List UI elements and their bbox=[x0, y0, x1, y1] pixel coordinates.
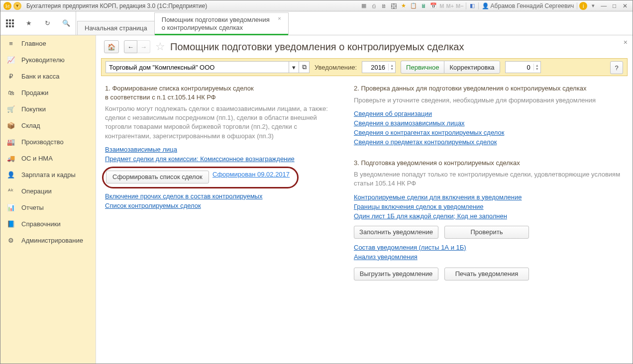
year-up-button[interactable]: ▲ bbox=[389, 64, 395, 67]
check-notice-button[interactable]: Проверить bbox=[444, 226, 529, 239]
toolbar-icon-4[interactable]: 🙫 bbox=[390, 2, 398, 10]
sidebar-item-admin[interactable]: ⚙Администрирование bbox=[0, 232, 96, 249]
sidebar-item-purchases[interactable]: 🛒Покупки bbox=[0, 101, 96, 117]
notice-label: Уведомление: bbox=[315, 64, 357, 71]
fill-notice-button[interactable]: Заполнить уведомление bbox=[354, 226, 438, 239]
menu-icon: ≡ bbox=[6, 40, 15, 47]
sidebar-item-label: Зарплата и кадры bbox=[21, 171, 76, 179]
sidebar-item-assets[interactable]: 🚚ОС и НМА bbox=[0, 150, 96, 167]
sidebar-item-operations[interactable]: ᴬᵏОперации bbox=[0, 183, 96, 199]
tab-assistant[interactable]: Помощник подготовки уведомления о контро… bbox=[154, 12, 289, 35]
link-notice-analysis[interactable]: Анализ уведомления bbox=[354, 253, 418, 261]
filter-bar: ▾ ⧉ Уведомление: ▲▼ Первичное Корректиро… bbox=[101, 58, 628, 76]
primary-button[interactable]: Первичное bbox=[401, 61, 444, 74]
toolbar-calendar-icon[interactable]: 📅 bbox=[429, 2, 437, 10]
link-sheet-config[interactable]: Один лист 1Б для каждой сделки; Код не з… bbox=[354, 212, 507, 220]
window-maximize-button[interactable]: □ bbox=[610, 2, 619, 9]
toolbar-print-icon[interactable]: ⎙ bbox=[370, 2, 378, 10]
favorites-icon[interactable]: ★ bbox=[22, 17, 35, 30]
link-related-info[interactable]: Сведения о взаимозависимых лицах bbox=[354, 119, 465, 127]
current-user[interactable]: 👤Абрамов Геннадий Сергеевич bbox=[481, 2, 575, 9]
corr-down-button[interactable]: ▼ bbox=[534, 67, 540, 71]
dropdown-icon[interactable]: ▾ bbox=[13, 2, 21, 10]
section-sidebar: ≡Главное 📈Руководителю ₽Банк и касса 🛍Пр… bbox=[0, 35, 96, 364]
svg-rect-4 bbox=[9, 22, 11, 24]
toolbar-m-icon[interactable]: M bbox=[439, 3, 444, 9]
toolbar-calc-icon[interactable]: 🖩 bbox=[420, 2, 427, 10]
tab-label: Начальная страница bbox=[85, 24, 147, 32]
window-minimize-button[interactable]: — bbox=[599, 2, 608, 9]
year-down-button[interactable]: ▼ bbox=[389, 67, 395, 71]
nav-forward-button[interactable]: → bbox=[137, 40, 150, 53]
sidebar-item-reports[interactable]: 📊Отчеты bbox=[0, 199, 96, 216]
corr-up-button[interactable]: ▲ bbox=[534, 64, 540, 67]
sidebar-item-label: Главное bbox=[21, 40, 46, 47]
correction-number-field: ▲▼ bbox=[505, 61, 541, 73]
sidebar-item-bank[interactable]: ₽Банк и касса bbox=[0, 68, 96, 85]
sidebar-item-production[interactable]: 🏭Производство bbox=[0, 134, 96, 150]
sidebar-item-main[interactable]: ≡Главное bbox=[0, 35, 96, 52]
link-org-info[interactable]: Сведения об организации bbox=[354, 110, 432, 117]
book-icon: 📘 bbox=[6, 220, 15, 228]
ruble-icon: ₽ bbox=[6, 73, 15, 80]
step1-title: 1. Формирование списка контролируемых сд… bbox=[105, 84, 334, 101]
favorite-toggle-icon[interactable]: ☆ bbox=[155, 41, 165, 52]
year-field: ▲▼ bbox=[362, 61, 396, 73]
toolbar-doc-icon[interactable]: 🗎 bbox=[380, 2, 388, 10]
link-subject[interactable]: Предмет сделки для комиссии: Комиссионно… bbox=[105, 155, 295, 163]
year-input[interactable] bbox=[362, 62, 388, 73]
sections-icon[interactable] bbox=[3, 17, 16, 30]
toolbar-clipboard-icon[interactable]: 📋 bbox=[410, 2, 418, 10]
link-included-deals[interactable]: Контролируемые сделки для включения в ув… bbox=[354, 193, 522, 201]
org-dropdown-button[interactable]: ▾ bbox=[289, 61, 299, 73]
org-combo: ▾ ⧉ bbox=[106, 61, 310, 73]
search-icon[interactable]: 🔍 bbox=[60, 17, 73, 30]
sidebar-item-sales[interactable]: 🛍Продажи bbox=[0, 85, 96, 101]
svg-rect-5 bbox=[12, 22, 14, 24]
link-include-other[interactable]: Включение прочих сделок в состав контрол… bbox=[105, 192, 262, 200]
correction-button[interactable]: Корректировка bbox=[444, 61, 500, 74]
form-deals-button[interactable]: Сформировать список сделок bbox=[106, 171, 209, 183]
nav-back-button[interactable]: ← bbox=[124, 40, 137, 53]
link-deals-list[interactable]: Список контролируемых сделок bbox=[105, 202, 201, 209]
link-subjects-info[interactable]: Сведения о предметах контролируемых сдел… bbox=[354, 138, 497, 146]
sidebar-item-payroll[interactable]: 👤Зарплата и кадры bbox=[0, 167, 96, 183]
toolbar-mminus-icon[interactable]: M− bbox=[456, 3, 464, 9]
tab-close-icon[interactable]: × bbox=[278, 16, 281, 21]
link-related-parties[interactable]: Взаимозависимые лица bbox=[105, 146, 177, 153]
tab-start-page[interactable]: Начальная страница bbox=[77, 21, 155, 35]
svg-rect-8 bbox=[12, 25, 14, 27]
sidebar-item-label: Производство bbox=[21, 138, 64, 146]
link-notice-content[interactable]: Состав уведомления (листы 1А и 1Б) bbox=[354, 244, 466, 251]
toolbar-panels-icon[interactable]: ◧ bbox=[468, 2, 476, 10]
window-titlebar: 1c ▾ Бухгалтерия предприятия КОРП, редак… bbox=[0, 0, 633, 11]
toolbar-info-icon[interactable]: i bbox=[579, 2, 587, 10]
sidebar-item-label: Операции bbox=[21, 187, 52, 195]
toolbar-mplus-icon[interactable]: M+ bbox=[446, 3, 454, 9]
history-icon[interactable]: ↻ bbox=[41, 17, 54, 30]
toolbar-icon-1[interactable]: ▦ bbox=[360, 2, 368, 10]
window-close-button[interactable]: ✕ bbox=[621, 2, 630, 9]
toolbar-dd2-icon[interactable]: ▾ bbox=[589, 2, 597, 10]
tab-label: Помощник подготовки уведомления о контро… bbox=[162, 16, 273, 32]
org-input[interactable] bbox=[106, 61, 289, 73]
cart-icon: 🛒 bbox=[6, 105, 15, 113]
link-contractors-info[interactable]: Сведения о контрагентах контролируемых с… bbox=[354, 129, 504, 136]
step2-title: 2. Проверка данных для подготовки уведом… bbox=[354, 84, 624, 93]
correction-number-input[interactable] bbox=[506, 62, 533, 73]
step2-desc: Проверьте и уточните сведения, необходим… bbox=[354, 96, 624, 105]
sidebar-item-references[interactable]: 📘Справочники bbox=[0, 216, 96, 232]
svg-rect-2 bbox=[12, 19, 14, 21]
formed-status-link[interactable]: Сформирован 09.02.2017 bbox=[212, 171, 290, 183]
export-notice-button[interactable]: Выгрузить уведомление bbox=[354, 268, 438, 280]
sidebar-item-label: Продажи bbox=[21, 89, 48, 96]
help-button[interactable]: ? bbox=[610, 61, 623, 74]
sidebar-item-warehouse[interactable]: 📦Склад bbox=[0, 117, 96, 134]
toolbar-fav-icon[interactable]: ★ bbox=[400, 2, 408, 10]
print-notice-button[interactable]: Печать уведомления bbox=[444, 268, 529, 280]
link-limits[interactable]: Границы включения сделок в уведомление bbox=[354, 203, 484, 210]
sidebar-item-manager[interactable]: 📈Руководителю bbox=[0, 52, 96, 68]
page-close-button[interactable]: × bbox=[624, 38, 628, 46]
org-open-button[interactable]: ⧉ bbox=[299, 61, 310, 73]
home-button[interactable]: 🏠 bbox=[104, 40, 119, 53]
